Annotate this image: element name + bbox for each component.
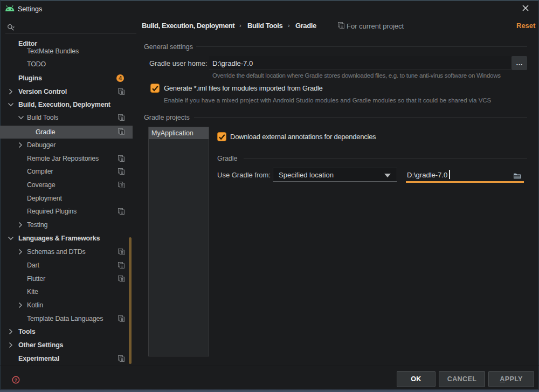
svg-text:?: ? [15, 377, 18, 383]
